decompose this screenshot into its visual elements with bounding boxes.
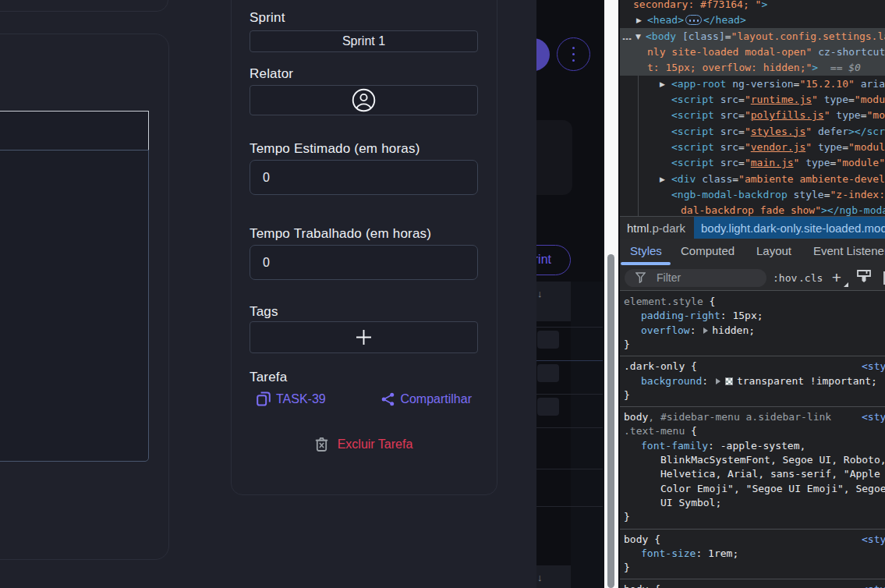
syntax-segment: ></script> — [848, 126, 885, 137]
css-rule-line[interactable]: .dark-only {<style> — [620, 360, 885, 374]
dom-node-text: <app-root ng-version="15.2.10" aria-desc… — [671, 76, 885, 92]
breadcrumb-item[interactable]: body.light.dark-only.site-loaded.modal-o… — [694, 217, 885, 239]
hours-input[interactable]: 0 — [250, 245, 478, 280]
syntax-segment: : — [690, 324, 703, 336]
tab-computed[interactable]: Computed — [681, 239, 735, 265]
syntax-segment: src — [720, 126, 738, 137]
styles-sidebar-tabs: StylesComputedLayoutEvent Listeners — [620, 239, 885, 265]
share-link[interactable]: Compartilhar — [381, 392, 472, 406]
scrollbar-thumb[interactable] — [607, 254, 614, 588]
css-rule-line[interactable]: font-family: -apple-system, — [620, 439, 885, 454]
node-menu-icon[interactable]: … — [622, 29, 633, 44]
stylesheet-source-link[interactable]: <style> — [862, 533, 885, 547]
task-details-card: SprintSprint 1RelatorTempo Estimado (em … — [231, 0, 497, 495]
dom-tree-row[interactable]: ▶<head></head> — [620, 12, 885, 29]
css-rule-line[interactable]: } — [620, 388, 885, 403]
task-id-link[interactable]: TASK-39 — [257, 391, 326, 406]
expand-arrow-icon[interactable]: ▶ — [660, 172, 665, 187]
relator-box[interactable] — [250, 85, 478, 115]
new-style-rule-button[interactable]: + — [829, 267, 844, 288]
css-rule-line[interactable]: body {<style> — [620, 533, 885, 547]
expand-arrow-icon[interactable]: ▼ — [635, 29, 641, 44]
dom-node-text: secondary: #f73164; "> — [633, 0, 767, 12]
css-rule-line[interactable]: background: transparent !important; — [620, 374, 885, 389]
collapsed-content-icon[interactable] — [685, 15, 702, 25]
field-label: Sprint — [250, 10, 285, 26]
dom-tree-row[interactable]: <script src="polyfills.js" type="module"… — [620, 108, 885, 124]
css-rule-line[interactable]: padding-right: 15px; — [620, 309, 885, 324]
scrollbar-track[interactable] — [604, 0, 618, 588]
syntax-segment: = — [738, 141, 745, 153]
hours-input[interactable]: 0 — [250, 160, 478, 195]
dom-node-text: <div class="ambiente ambiente-developmen… — [671, 172, 885, 187]
dom-tree-row[interactable]: dal-backdrop fade show"></ngb-modal-back… — [620, 203, 885, 216]
style-filter-input[interactable]: Filter — [625, 269, 766, 287]
shorthand-expander-icon[interactable] — [703, 328, 708, 334]
stylesheet-source-link[interactable]: <style> — [862, 583, 885, 588]
syntax-segment: UI Symbol; — [660, 497, 721, 508]
css-rule-line[interactable]: } — [620, 510, 885, 525]
css-rule-line[interactable]: body {<style> — [620, 583, 885, 588]
dom-tree-row[interactable]: <script src="runtime.js" type="module"><… — [620, 92, 885, 108]
rendering-emulation-icon[interactable] — [856, 269, 872, 286]
task-title-input[interactable] — [0, 111, 149, 151]
dom-tree-row[interactable]: <script src="styles.js" defer></script> — [620, 124, 885, 140]
css-rule-line[interactable]: Helvetica, Arial, sans-serif, "Apple — [620, 467, 885, 482]
syntax-segment — [714, 141, 720, 153]
stylesheet-source-link[interactable]: <style> — [862, 360, 885, 374]
dom-tree-row[interactable]: <ngb-modal-backdrop style="z-index: 1050… — [620, 187, 885, 204]
delete-task-button[interactable]: Excluir Tarefa — [250, 437, 478, 452]
dom-tree-row[interactable]: <script src="main.js" type="module"></sc… — [620, 155, 885, 172]
css-text: .dark-only { — [624, 360, 697, 374]
css-rule-line[interactable]: } — [620, 561, 885, 576]
css-text: } — [624, 510, 630, 524]
css-text: background: transparent !important; — [641, 374, 877, 388]
sprint-select[interactable]: Sprint 1 — [250, 30, 478, 52]
dom-node-text: <body [class]="layout.config.settings.la… — [646, 29, 885, 44]
kebab-menu-button[interactable] — [557, 37, 590, 71]
syntax-segment — [855, 78, 861, 90]
syntax-segment: = — [848, 94, 855, 105]
css-rule-line[interactable]: font-size: 1rem; — [620, 547, 885, 561]
syntax-segment: cz-shortcut-listen — [818, 46, 885, 58]
stylesheet-source-link[interactable]: <style> — [862, 410, 885, 424]
expand-arrow-icon[interactable]: ▶ — [660, 76, 665, 92]
dom-tree-row[interactable]: …▼<body [class]="layout.config.settings.… — [620, 29, 885, 45]
css-rule-line[interactable]: BlinkMacSystemFont, Segoe UI, Roboto, — [620, 453, 885, 468]
css-rule-line[interactable]: body, #sidebar-menu a.sidebar-link<style… — [620, 410, 885, 425]
elements-breadcrumbs: html.p-darkbody.light.dark-only.site-loa… — [620, 216, 885, 239]
dom-tree-row[interactable]: t: 15px; overflow: hidden;"> == $0 — [620, 60, 885, 76]
breadcrumb-classes: .p-dark — [649, 221, 685, 235]
page-scrollbar — [603, 0, 620, 588]
syntax-segment: style — [794, 189, 824, 200]
dom-tree-row[interactable]: nly site-loaded modal-open" cz-shortcut-… — [620, 44, 885, 61]
syntax-segment: .text-menu — [624, 425, 685, 437]
color-swatch[interactable] — [725, 377, 733, 385]
css-rule-line[interactable]: Color Emoji", "Segoe UI Emoji", Segoe — [620, 482, 885, 497]
table-header-cell[interactable]: ↓ — [536, 565, 571, 588]
css-rule-line[interactable]: overflow: hidden; — [620, 324, 885, 338]
tab-styles[interactable]: Styles — [630, 239, 662, 265]
syntax-segment — [714, 109, 720, 121]
syntax-segment: > — [761, 0, 767, 10]
table-header-cell[interactable]: ↓ — [536, 282, 571, 321]
tab-layout[interactable]: Layout — [756, 239, 791, 265]
css-rule-line[interactable]: element.style { — [620, 295, 885, 310]
dom-tree-row[interactable]: ▶<div class="ambiente ambiente-developme… — [620, 172, 885, 188]
breadcrumb-item[interactable]: html.p-dark — [620, 217, 692, 239]
element-classes-button[interactable]: .cls — [798, 269, 823, 287]
dom-tree-row[interactable]: <script src="vendor.js" type="module"></… — [620, 140, 885, 156]
dom-tree-row[interactable]: ▶<app-root ng-version="15.2.10" aria-des… — [620, 76, 885, 93]
syntax-segment: "z-index: 1050;" — [830, 189, 885, 200]
css-rule-line[interactable]: .text-menu { — [620, 424, 885, 439]
shorthand-expander-icon[interactable] — [716, 378, 720, 384]
expand-arrow-icon[interactable]: ▶ — [636, 12, 642, 28]
filter-funnel-icon — [635, 272, 646, 283]
toggle-element-state-button[interactable]: :hov — [773, 269, 797, 287]
dom-tree-row[interactable]: secondary: #f73164; "> — [620, 0, 885, 13]
css-rule-line[interactable]: } — [620, 338, 885, 352]
task-description-textarea[interactable] — [0, 150, 149, 462]
tab-event-listeners[interactable]: Event Listeners — [813, 239, 885, 265]
css-rule-line[interactable]: UI Symbol; — [620, 496, 885, 511]
tags-add-button[interactable] — [250, 321, 478, 353]
